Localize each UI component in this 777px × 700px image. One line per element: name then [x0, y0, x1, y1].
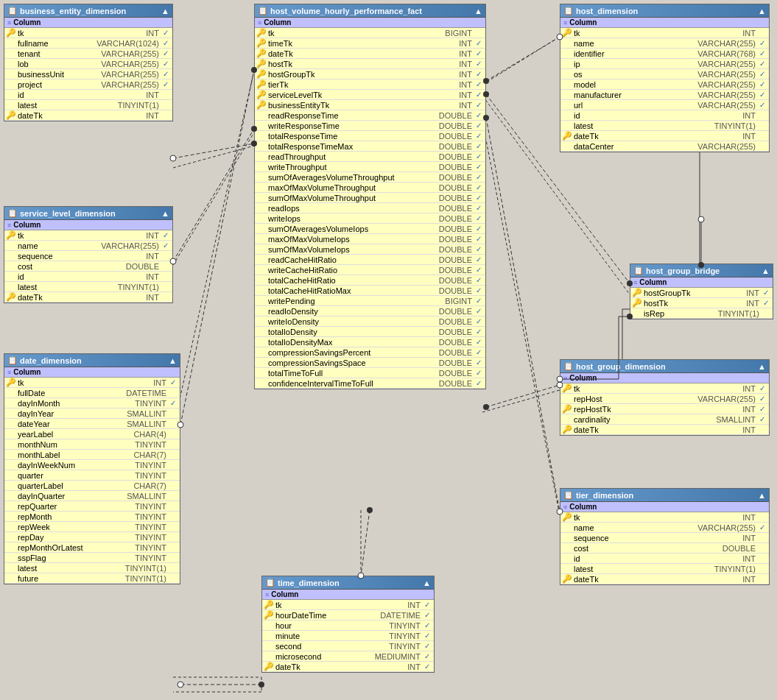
table-row: readResponseTime DOUBLE ✓ [255, 110, 485, 121]
svg-line-31 [486, 385, 560, 407]
table-row: businessUnit VARCHAR(255) ✓ [4, 69, 172, 79]
diagram-canvas: 📋 business_entity_dimension ▲ ≡ Column 🔑… [0, 0, 777, 700]
table-row: id INT [560, 554, 769, 564]
table-row: readCacheHitRatio DOUBLE ✓ [255, 255, 485, 265]
table-row: 🔑 tk INT [560, 512, 769, 523]
table-row: repMonthOrLatest TINYINT [4, 542, 180, 553]
table-header-host-group-dimension: 📋 host_group_dimension ▲ [560, 360, 769, 373]
table-header-fact: 📋 host_volume_hourly_performance_fact ▲ [255, 4, 485, 18]
table-row: 🔑 hourDateTime DATETIME ✓ [262, 610, 434, 621]
svg-point-45 [698, 216, 704, 222]
table-row: tenant VARCHAR(255) ✓ [4, 49, 172, 59]
svg-line-19 [173, 129, 254, 261]
table-row: 🔑 tk INT ✓ [560, 383, 769, 394]
table-row: totalCacheHitRatio DOUBLE ✓ [255, 275, 485, 286]
table-row: writeCacheHitRatio DOUBLE ✓ [255, 265, 485, 275]
table-row: fullDate DATETIME [4, 388, 180, 398]
table-row: quarterLabel CHAR(7) [4, 481, 180, 491]
table-row: 🔑 serviceLevelTk INT ✓ [255, 90, 485, 100]
table-row: 🔑 tk INT ✓ [4, 378, 180, 388]
table-row: os VARCHAR(255) ✓ [560, 69, 769, 79]
table-row: id INT [4, 272, 172, 282]
table-row: sumOfMaxVolumeThroughput DOUBLE ✓ [255, 193, 485, 203]
col-header-host: ≡ Column [560, 18, 769, 28]
svg-line-5 [482, 37, 560, 85]
table-header-host: 📋 host_dimension ▲ [560, 4, 769, 18]
table-row: quarter TINYINT [4, 470, 180, 481]
table-row: 🔑 tk INT ✓ [4, 230, 172, 241]
table-row: sequence INT [560, 533, 769, 543]
table-row: readIoDensity DOUBLE ✓ [255, 306, 485, 317]
table-row: project VARCHAR(255) ✓ [4, 79, 172, 90]
table-row: 🔑 tk BIGINT [255, 28, 485, 38]
table-row: 🔑 dateTk INT ✓ [262, 662, 434, 672]
table-row: totalCacheHitRatioMax DOUBLE ✓ [255, 286, 485, 296]
table-row: 🔑 dateTk INT [4, 110, 172, 121]
table-row: totalTimeToFull DOUBLE ✓ [255, 368, 485, 378]
table-row: second TINYINT ✓ [262, 641, 434, 651]
table-row: latest TINYINT(1) [560, 121, 769, 131]
table-row: 🔑 dateTk INT [560, 131, 769, 141]
table-row: dayInQuarter SMALLINT [4, 491, 180, 501]
svg-point-42 [259, 682, 264, 687]
table-row: dayInWeekNum TINYINT [4, 460, 180, 470]
svg-line-0 [173, 146, 254, 168]
table-row: totalResponseTime DOUBLE ✓ [255, 131, 485, 141]
table-row: writeIoDensity DOUBLE ✓ [255, 317, 485, 327]
svg-point-43 [177, 682, 183, 687]
table-row: totalResponseTimeMax DOUBLE ✓ [255, 141, 485, 152]
table-row: 🔑 timeTk INT ✓ [255, 38, 485, 49]
svg-line-34 [486, 118, 560, 512]
svg-point-32 [483, 404, 489, 410]
table-row: id INT [4, 90, 172, 100]
table-row: repHost VARCHAR(255) ✓ [560, 394, 769, 404]
table-host-dimension: 📋 host_dimension ▲ ≡ Column 🔑 tk INT nam… [560, 4, 770, 152]
table-fact: 📋 host_volume_hourly_performance_fact ▲ … [254, 4, 486, 389]
table-row: 🔑 hostGroupTk INT ✓ [630, 288, 773, 298]
fk-icon: 🔑 [6, 110, 16, 120]
table-row: readIops DOUBLE ✓ [255, 203, 485, 213]
svg-point-17 [170, 155, 176, 161]
table-row: latest TINYINT(1) [4, 563, 180, 573]
table-row: yearLabel CHAR(4) [4, 429, 180, 439]
table-row: name VARCHAR(255) ✓ [4, 241, 172, 251]
table-row: id INT [560, 110, 769, 121]
table-time-dimension: 📋 time_dimension ▲ ≡ Column 🔑 tk INT ✓ 🔑… [261, 576, 435, 673]
table-row: repDay TINYINT [4, 532, 180, 542]
table-row: 🔑 dateTk INT [560, 425, 769, 435]
table-row: minute TINYINT ✓ [262, 631, 434, 641]
table-row: dayInMonth TINYINT ✓ [4, 398, 180, 409]
table-row: readThroughput DOUBLE ✓ [255, 152, 485, 162]
table-row: monthLabel CHAR(7) [4, 450, 180, 460]
table-row: 🔑 hostTk INT ✓ [630, 298, 773, 308]
svg-line-13 [482, 121, 560, 515]
table-row: compressionSavingsPercent DOUBLE ✓ [255, 347, 485, 358]
svg-point-38 [367, 507, 373, 513]
col-header-business-entity: ≡ Column [4, 18, 172, 28]
table-header-host-group-bridge: 📋 host_group_bridge ▲ [630, 264, 773, 277]
table-row: future TINYINT(1) [4, 573, 180, 584]
table-row: manufacturer VARCHAR(255) ✓ [560, 90, 769, 100]
table-row: dayInYear SMALLINT [4, 409, 180, 419]
table-business-entity-dimension: 📋 business_entity_dimension ▲ ≡ Column 🔑… [4, 4, 173, 121]
table-row: repWeek TINYINT [4, 522, 180, 532]
table-tier-dimension: 📋 tier_dimension ▲ ≡ Column 🔑 tk INT nam… [560, 488, 770, 585]
table-row: name VARCHAR(255) ✓ [560, 38, 769, 49]
table-row: hour TINYINT ✓ [262, 621, 434, 631]
table-row: sequence INT [4, 251, 172, 261]
col-header-time: ≡ Column [262, 590, 434, 600]
svg-line-1 [173, 132, 254, 265]
table-row: repMonth TINYINT [4, 512, 180, 522]
table-icon-business-entity: 📋 [7, 6, 18, 15]
svg-line-37 [361, 510, 370, 576]
table-row: writeResponseTime DOUBLE ✓ [255, 121, 485, 131]
col-header-host-group-dimension: ≡ Column [560, 373, 769, 383]
table-header-tier: 📋 tier_dimension ▲ [560, 489, 769, 502]
table-row: isRep TINYINT(1) [630, 308, 773, 319]
svg-line-16 [173, 144, 254, 158]
table-row: name VARCHAR(255) ✓ [560, 523, 769, 533]
table-row: 🔑 tk INT [560, 28, 769, 38]
table-row: repQuarter TINYINT [4, 501, 180, 512]
table-row: dateYear SMALLINT [4, 419, 180, 429]
table-row: microsecond MEDIUMINT ✓ [262, 651, 434, 662]
